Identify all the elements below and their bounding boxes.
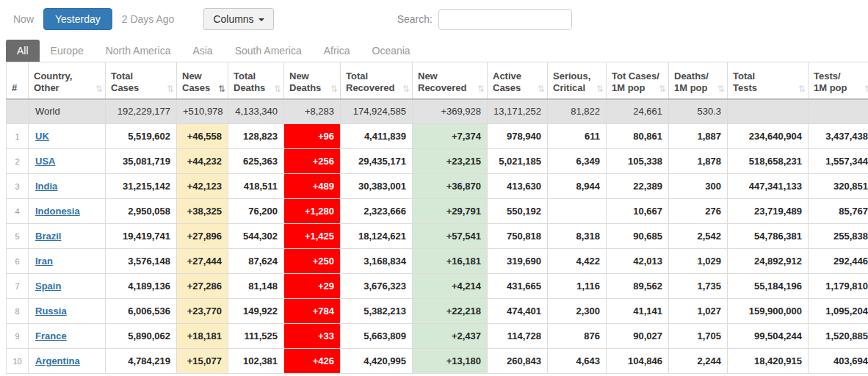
col-header-total-tests[interactable]: TotalTests⇅ [728,62,809,99]
tab-north-america[interactable]: North America [95,40,182,62]
col-header-label: Cases [111,82,164,94]
cell-new-cases: +46,558 [177,124,228,149]
cell-serious-critical: 2,300 [548,299,607,324]
table-row: 7Spain4,189,136+27,28681,148+293,676,323… [7,274,868,299]
cell-total-recovered: 3,676,323 [341,274,413,299]
col-header-active-cases[interactable]: ActiveCases⇅ [488,62,548,99]
col-header-serious-critical[interactable]: Serious,Critical⇅ [548,62,607,99]
country-link[interactable]: France [35,330,67,341]
sort-desc-icon: ⇅ [218,84,225,93]
cell-new-deaths: +29 [284,274,341,299]
sort-icon: ⇅ [538,84,545,93]
country-cell: Iran [29,249,106,274]
col-header-label: Deaths [234,82,272,94]
cell-total-deaths: 128,823 [228,124,284,149]
col-header-country[interactable]: Country,Other⇅ [29,62,106,99]
cell-active-cases: 13,171,252 [488,99,548,124]
cell-serious-critical: 81,822 [548,99,607,124]
col-header-label: Total [234,70,272,82]
country-link[interactable]: Brazil [35,231,61,242]
country-link[interactable]: Argentina [35,355,80,366]
col-header-total-recovered[interactable]: TotalRecovered⇅ [341,62,413,99]
col-header-new-cases[interactable]: NewCases⇅ [177,62,228,99]
country-link[interactable]: Russia [35,306,67,317]
country-link[interactable]: Iran [35,256,53,267]
cell-deaths-per-1m: 1,705 [669,324,728,349]
sort-icon: ⇅ [659,84,666,93]
country-cell: India [29,174,106,199]
columns-label: Columns [213,13,253,25]
col-header-new-recovered[interactable]: NewRecovered⇅ [413,62,488,99]
cell-new-deaths: +426 [284,349,341,374]
cell-total-recovered: 3,168,834 [341,249,413,274]
cell-new-deaths: +1,280 [284,199,341,224]
cell-total-cases: 5,890,062 [106,324,177,349]
cell-total-deaths: 111,525 [228,324,284,349]
row-rank: 1 [7,124,29,149]
col-header-new-deaths[interactable]: NewDeaths⇅ [284,62,341,99]
cell-total-tests: 447,341,133 [728,174,809,199]
world-label: World [35,106,60,117]
sort-icon: ⇅ [798,84,806,93]
cell-tests-per-1m: 320,851 [809,174,868,199]
tab-south-america[interactable]: South America [224,40,313,62]
cell-total-tests: 159,900,000 [728,299,809,324]
cell-tests-per-1m: 292,446 [809,249,868,274]
cell-total-cases: 6,006,536 [106,299,177,324]
col-header-label: # [12,82,23,94]
col-header-label: Total [346,70,400,82]
cell-serious-critical: 6,349 [548,149,607,174]
table-row: 1UK5,519,602+46,558128,823+964,411,839+7… [7,124,868,149]
cell-new-recovered: +16,181 [413,249,488,274]
col-header-total-deaths[interactable]: TotalDeaths⇅ [228,62,284,99]
cell-serious-critical: 8,318 [548,224,607,249]
tab-all[interactable]: All [6,40,40,62]
cell-cases-per-1m: 90,685 [607,224,669,249]
country-link[interactable]: Spain [35,281,61,292]
cell-cases-per-1m: 41,141 [607,299,669,324]
tab-europe[interactable]: Europe [40,40,95,62]
cell-new-cases: +27,896 [177,224,228,249]
two-days-ago-button[interactable]: 2 Days Ago [122,13,175,25]
cell-deaths-per-1m: 2,542 [669,224,728,249]
cell-deaths-per-1m: 1,735 [669,274,728,299]
col-header-tests-per-1m[interactable]: Tests/1M pop⇅ [809,62,868,99]
col-header-total-cases[interactable]: TotalCases⇅ [106,62,177,99]
country-link[interactable]: India [35,181,57,192]
cell-cases-per-1m: 105,338 [607,149,669,174]
columns-dropdown-button[interactable]: Columns [203,8,273,30]
cell-tests-per-1m: 3,437,438 [809,124,868,149]
cell-tests-per-1m: 255,838 [809,224,868,249]
country-cell: France [29,324,106,349]
country-link[interactable]: USA [35,156,55,167]
cell-cases-per-1m: 80,861 [607,124,669,149]
tab-oceania[interactable]: Oceania [361,40,422,62]
search-input[interactable] [438,9,572,30]
cell-total-cases: 31,215,142 [106,174,177,199]
cell-total-deaths: 4,133,340 [228,99,284,124]
tab-africa[interactable]: Africa [313,40,361,62]
cell-total-tests: 24,892,912 [728,249,809,274]
col-header-label: Recovered [346,82,400,94]
cell-total-cases: 192,229,177 [106,99,177,124]
now-button[interactable]: Now [13,13,34,25]
country-link[interactable]: Indonesia [35,206,80,217]
tab-asia[interactable]: Asia [181,40,223,62]
yesterday-button[interactable]: Yesterday [43,8,112,30]
col-header-cases-per-1m[interactable]: Tot Cases/1M pop⇅ [607,62,669,99]
cell-total-tests [728,99,809,124]
cell-tests-per-1m [809,99,868,124]
cell-new-deaths: +489 [284,174,341,199]
cell-new-cases: +18,181 [177,324,228,349]
cell-total-tests: 518,658,231 [728,149,809,174]
cell-cases-per-1m: 89,562 [607,274,669,299]
col-header-deaths-per-1m[interactable]: Deaths/1M pop⇅ [669,62,728,99]
cell-tests-per-1m: 1,520,885 [809,324,868,349]
cell-total-deaths: 544,302 [228,224,284,249]
cell-total-deaths: 625,363 [228,149,284,174]
country-link[interactable]: UK [35,131,49,142]
table-row: 5Brazil19,419,741+27,896544,302+1,42518,… [7,224,868,249]
cell-active-cases: 978,940 [488,124,548,149]
country-cell: Brazil [29,224,106,249]
cell-total-recovered: 4,411,839 [341,124,413,149]
